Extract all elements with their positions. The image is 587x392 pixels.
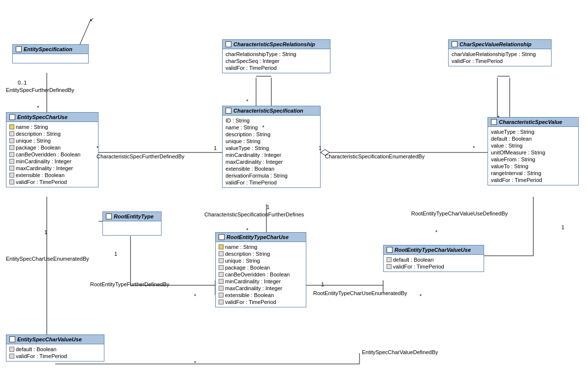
root-entity-type-char-use-icon [219,234,225,240]
attr-package3: package : Boolean [219,264,303,271]
entity-spec-char-use-header: EntitySpecCharUse [6,113,98,122]
attr-charspecseq: charSpecSeq : Integer [226,58,327,64]
attr-default3: default : Boolean [387,256,481,263]
char-specification-box: CharacteristicSpecification ID : String … [222,106,321,188]
label-root-entity-type-further: RootEntityTypeFurtherDefinedBy [90,281,169,287]
label-star4: * [246,227,248,233]
attr-extensible3: extensible : Boolean [219,292,303,299]
attr-unique2: unique : String [226,138,317,145]
char-specification-title: CharacteristicSpecification [233,108,303,114]
entity-spec-char-value-use-header: EntitySpecCharValueUse [6,335,104,344]
root-entity-type-char-value-use-box: RootEntityTypeCharValueUse default : Boo… [383,245,484,272]
attr-validfor5: validFor : TimePeriod [219,299,303,305]
attr-extensible2: extensible : Boolean [226,165,317,172]
root-entity-type-char-value-use-icon [387,247,392,253]
root-entity-type-char-use-title: RootEntityTypeCharUse [227,234,289,240]
attr-unique: unique : String [9,137,95,144]
svg-text:↙: ↙ [90,16,94,22]
label-1b: 1 [266,204,269,210]
entity-spec-char-value-use-body: default : Boolean validFor : TimePeriod [6,344,104,361]
entity-spec-char-value-use-title: EntitySpecCharValueUse [17,336,82,342]
root-entity-type-box: RootEntityType [102,211,162,236]
attr-maxcardinality: maxCardinality : Integer [9,165,95,172]
char-specification-body: ID : String name : String * description … [223,116,320,187]
root-entity-type-char-use-box: RootEntityTypeCharUse name : String desc… [215,232,306,307]
attr-description: description : String [9,130,95,137]
label-star9: * [435,229,437,235]
entity-spec-char-use-body: name : String description : String uniqu… [6,122,98,187]
label-1a: 1 [214,145,217,151]
label-star8: * [420,293,422,299]
label-star3: * [246,98,248,104]
char-specification-icon [226,108,231,114]
char-spec-value-header: CharacteristicSpecValue [488,118,578,127]
char-spec-relationship-title: CharacteristicSpecRelationship [233,41,315,47]
char-spec-relationship-box: CharacteristicSpecRelationship charRelat… [222,39,330,73]
root-entity-type-char-value-use-body: default : Boolean validFor : TimePeriod [384,255,484,271]
attr-valuetype2: valueType : String [491,128,575,135]
attr-default2: default : Boolean [491,135,575,142]
attr-validfor: validFor : TimePeriod [9,179,95,185]
root-entity-type-char-use-header: RootEntityTypeCharUse [216,233,306,242]
attr-charvalreltype: charValueRelationshipType : String [452,51,548,58]
label-star2: * [97,145,98,151]
char-spec-value-icon [491,119,497,125]
attr-default: default : Boolean [9,346,101,353]
char-spec-value-relationship-title: CharSpecValueRelationship [459,41,531,47]
attr-name: name : String [9,123,95,130]
attr-unique3: unique : String [219,257,303,264]
attr-id: ID : String [226,117,317,124]
char-spec-value-relationship-box: CharSpecValueRelationship charValueRelat… [448,39,552,66]
attr-desc2: description : String [226,131,317,138]
attr-name2: name : String * [226,124,317,131]
root-entity-type-title: RootEntityType [114,213,154,219]
char-spec-value-relationship-body: charValueRelationshipType : String valid… [449,49,551,66]
root-entity-type-char-use-body: name : String description : String uniqu… [216,242,306,307]
char-spec-value-box: CharacteristicSpecValue valueType : Stri… [488,117,579,185]
attr-uom: unitOfMeasure : String [491,149,575,156]
attr-extensible: extensible : Boolean [9,172,95,179]
label-char-spec-further: CharacteristicSpecFurtherDefinedBy [97,153,185,159]
attr-name3: name : String [219,243,303,250]
attr-validfor7: validFor : TimePeriod [491,177,575,183]
attr-derivation: derivationFormula : String [226,172,317,179]
attr-validfor4: validFor : TimePeriod [226,179,317,186]
attr-rangeinterval: rangeInterval : String [491,170,575,177]
label-1g: 1 [561,224,564,230]
root-entity-type-icon [106,213,112,219]
attr-validfor8: validFor : TimePeriod [387,263,481,270]
attr-valuetype: valueType : String [226,145,317,151]
label-star7: * [194,293,196,299]
label-star5: * [473,145,475,151]
label-star10: * [194,360,196,366]
label-star1: * [37,105,39,111]
label-0-1: 0..1 [18,80,27,86]
entity-specification-title: EntitySpecification [24,46,72,52]
root-entity-type-char-value-use-header: RootEntityTypeCharValueUse [384,245,484,255]
label-entity-spec-char-enumerated: EntitySpecCharUseEnumeratedBy [6,256,89,262]
label-entity-spec-char-value-def: EntitySpecCharValueDefinedBy [362,349,438,355]
char-spec-value-relationship-header: CharSpecValueRelationship [449,40,551,49]
label-1d: 1 [44,229,47,235]
label-char-spec-enumerated: CharacteristicSpecificationEnumeratedBy [325,153,424,159]
label-1e: 1 [114,251,117,257]
entity-spec-char-use-title: EntitySpecCharUse [17,114,67,120]
entity-spec-char-use-box: EntitySpecCharUse name : String descript… [6,112,98,187]
entity-specification-box: EntitySpecification [12,44,89,63]
char-spec-relationship-header: CharacteristicSpecRelationship [223,40,330,49]
attr-value: value : String [491,142,575,149]
char-spec-value-relationship-icon [452,41,457,47]
char-specification-header: CharacteristicSpecification [223,106,320,116]
diagram-canvas: ↙ [0,0,587,392]
attr-maxcard3: maxCardinality : Integer [219,285,303,292]
label-1f: 1 [321,281,324,287]
root-entity-type-char-value-use-title: RootEntityTypeCharValueUse [394,247,471,253]
attr-package: package : Boolean [9,144,95,151]
attr-desc3: description : String [219,250,303,257]
attr-maxcard2: maxCardinality : Integer [226,158,317,165]
attr-canbeoverridden: canBeOveridden : Boolean [9,151,95,158]
attr-mincard3: minCardinality : Integer [219,278,303,285]
attr-mincard2: minCardinality : Integer [226,151,317,158]
char-spec-value-title: CharacteristicSpecValue [499,119,562,125]
label-root-char-use-enum: RootEntityTypeCharUseEnumeratedBy [313,290,407,296]
